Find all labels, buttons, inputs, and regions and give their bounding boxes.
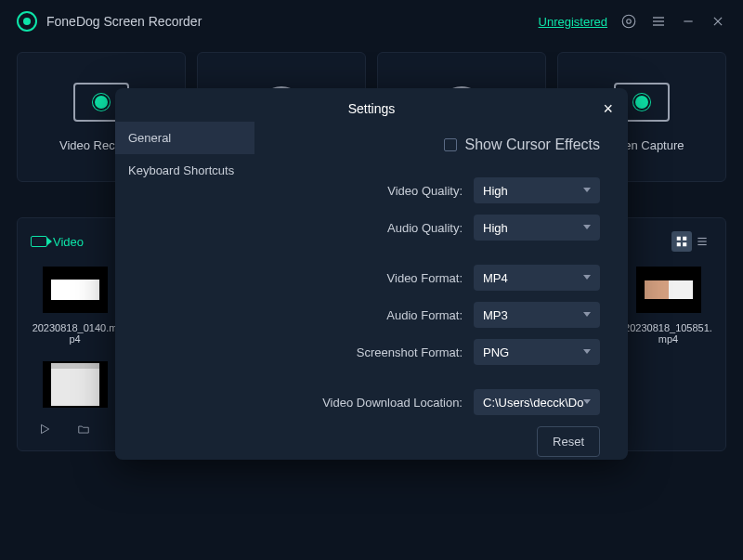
gear-icon[interactable] bbox=[620, 13, 637, 30]
reset-button[interactable]: Reset bbox=[537, 426, 600, 457]
settings-modal: Settings × General Keyboard Shortcuts Sh… bbox=[115, 88, 628, 460]
cursor-checkbox[interactable] bbox=[444, 138, 457, 151]
screenshot-format-select[interactable]: PNG bbox=[474, 339, 600, 365]
settings-panel: Show Cursor Effects Video Quality: High … bbox=[254, 118, 628, 426]
app-logo bbox=[17, 11, 37, 32]
list-item[interactable]: 20230818_0140.mp4 bbox=[31, 267, 119, 345]
minimize-icon[interactable] bbox=[680, 13, 697, 30]
list-item[interactable] bbox=[31, 361, 119, 417]
grid-view-icon[interactable] bbox=[671, 231, 692, 252]
thumbnail bbox=[636, 267, 701, 313]
svg-rect-10 bbox=[677, 242, 681, 246]
svg-point-1 bbox=[627, 20, 632, 24]
audio-quality-select[interactable]: High bbox=[474, 215, 600, 241]
svg-point-0 bbox=[622, 15, 635, 28]
close-icon[interactable] bbox=[710, 13, 726, 30]
close-icon[interactable]: × bbox=[603, 99, 613, 119]
play-icon[interactable] bbox=[36, 421, 53, 437]
menu-icon[interactable] bbox=[650, 13, 667, 30]
sidebar-item-general[interactable]: General bbox=[115, 122, 254, 154]
folder-icon[interactable] bbox=[75, 421, 92, 437]
list-view-icon[interactable] bbox=[692, 231, 712, 252]
unregistered-link[interactable]: Unregistered bbox=[539, 15, 607, 29]
cursor-label: Show Cursor Effects bbox=[464, 137, 600, 153]
download-location-select[interactable]: C:\Users\decck\Do bbox=[474, 389, 600, 415]
app-title: FoneDog Screen Recorder bbox=[46, 14, 202, 29]
video-format-select[interactable]: MP4 bbox=[474, 265, 600, 291]
audio-format-select[interactable]: MP3 bbox=[474, 302, 600, 328]
thumbnail bbox=[43, 361, 108, 408]
video-quality-select[interactable]: High bbox=[474, 177, 600, 203]
modal-title: Settings × bbox=[115, 88, 628, 118]
tab-video[interactable]: Video bbox=[31, 235, 84, 249]
titlebar: FoneDog Screen Recorder Unregistered bbox=[0, 0, 743, 43]
svg-marker-15 bbox=[42, 424, 49, 433]
video-icon bbox=[31, 236, 47, 247]
settings-sidebar: General Keyboard Shortcuts bbox=[115, 118, 254, 426]
svg-rect-9 bbox=[683, 237, 686, 241]
svg-rect-8 bbox=[677, 237, 681, 241]
sidebar-item-shortcuts[interactable]: Keyboard Shortcuts bbox=[115, 154, 254, 187]
list-item[interactable]: 20230818_105851.mp4 bbox=[624, 267, 712, 345]
svg-rect-11 bbox=[683, 242, 686, 246]
thumbnail bbox=[43, 267, 108, 313]
